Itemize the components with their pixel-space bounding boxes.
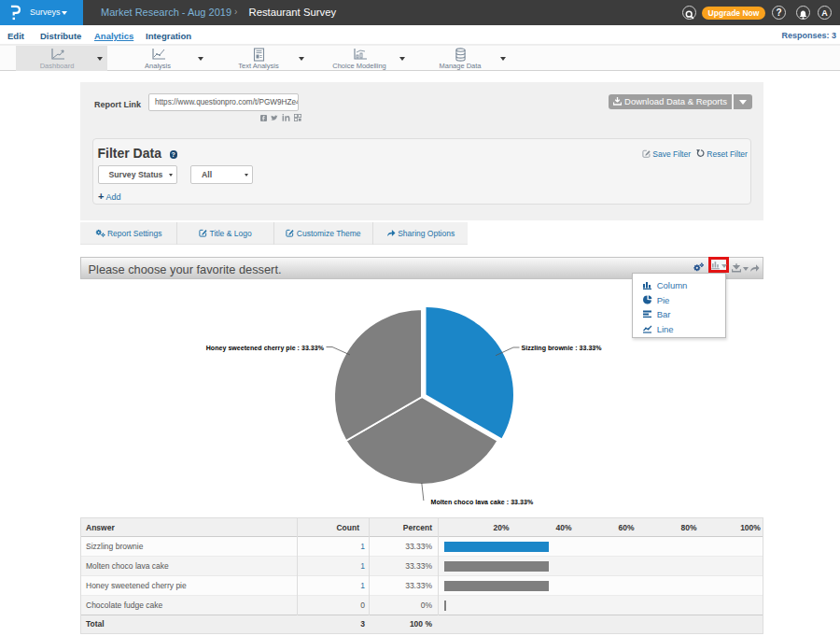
svg-text:Molten choco lava cake : 33.33: Molten choco lava cake : 33.33%: [431, 499, 534, 505]
svg-text:Sizzling brownie : 33.33%: Sizzling brownie : 33.33%: [522, 345, 603, 352]
svg-text:Honey sweetened cherry pie : 3: Honey sweetened cherry pie : 33.33%: [206, 345, 325, 352]
